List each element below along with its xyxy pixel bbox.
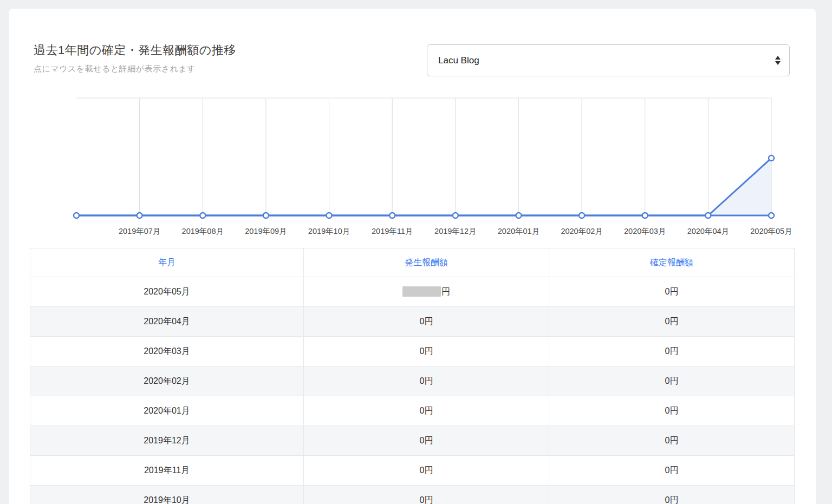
data-point[interactable] (516, 213, 521, 218)
data-point[interactable] (453, 213, 458, 218)
table-cell: 2019年11月 (30, 456, 304, 486)
table-row: 2020年04月0円0円 (30, 307, 795, 337)
column-header-1: 発生報酬額 (304, 248, 549, 277)
table-cell: 0円 (304, 456, 549, 486)
column-header-0: 年月 (30, 248, 304, 277)
table-cell: 0円 (549, 277, 795, 307)
x-axis-tick-label: 2020年05月 (750, 227, 792, 235)
x-axis-tick-label: 2019年11月 (372, 227, 413, 235)
x-axis-tick-label: 2020年03月 (624, 227, 666, 235)
table-cell: 2019年10月 (30, 486, 304, 504)
table-cell: 0円 (549, 456, 795, 486)
table-cell: 0円 (549, 426, 795, 456)
data-point[interactable] (74, 213, 79, 218)
table-cell: 0円 (304, 337, 549, 366)
rewards-table-head-row: 年月発生報酬額確定報酬額 (30, 248, 795, 277)
data-point[interactable] (389, 213, 395, 218)
data-point[interactable] (263, 213, 269, 218)
table-cell: 2019年12月 (30, 426, 304, 456)
masked-amount (402, 286, 441, 297)
data-point[interactable] (769, 155, 774, 161)
table-cell: 0円 (549, 396, 795, 426)
data-point[interactable] (137, 213, 142, 218)
data-point[interactable] (327, 213, 332, 218)
rewards-table: 年月発生報酬額確定報酬額 2020年05月円0円2020年04月0円0円2020… (30, 248, 795, 504)
table-row: 2020年01月0円0円 (30, 396, 795, 426)
x-axis-tick-label: 2019年12月 (434, 227, 476, 235)
generated-area-fill (76, 158, 771, 215)
table-row: 2019年10月0円0円 (30, 486, 795, 504)
data-point[interactable] (705, 213, 711, 218)
x-axis-tick-label: 2020年02月 (561, 227, 602, 235)
dashboard-card: 過去1年間の確定・発生報酬額の推移 点にマウスを載せると詳細が表示されます La… (9, 9, 816, 504)
table-cell: 0円 (549, 486, 795, 504)
table-cell: 2020年05月 (30, 277, 304, 307)
table-cell: 0円 (549, 337, 795, 366)
table-row: 2020年02月0円0円 (30, 366, 795, 396)
table-cell: 0円 (304, 366, 549, 396)
table-cell: 2020年04月 (30, 307, 304, 337)
table-row: 2020年05月円0円 (30, 277, 795, 307)
data-point[interactable] (200, 213, 205, 218)
x-axis-tick-label: 2019年08月 (182, 227, 224, 235)
column-header-2: 確定報酬額 (549, 248, 795, 277)
table-row: 2020年03月0円0円 (30, 337, 795, 366)
data-point[interactable] (769, 213, 774, 218)
x-axis-tick-label: 2020年04月 (687, 227, 729, 235)
table-cell: 0円 (549, 307, 795, 337)
x-axis-tick-label: 2019年07月 (119, 227, 160, 235)
x-axis-tick-label: 2019年10月 (308, 227, 350, 235)
generated-series-line (76, 158, 771, 215)
table-cell: 2020年01月 (30, 396, 304, 426)
data-point[interactable] (579, 213, 584, 218)
table-row: 2019年11月0円0円 (30, 456, 795, 486)
table-cell: 0円 (304, 486, 549, 504)
rewards-table-body: 2020年05月円0円2020年04月0円0円2020年03月0円0円2020年… (30, 277, 795, 504)
table-cell: 2020年02月 (30, 366, 304, 396)
table-cell: 0円 (549, 366, 795, 396)
table-cell: 0円 (304, 307, 549, 337)
table-cell: 0円 (304, 426, 549, 456)
table-cell: 2020年03月 (30, 337, 304, 366)
rewards-line-chart[interactable]: 2019年07月2019年08月2019年09月2019年10月2019年11月… (9, 9, 816, 250)
table-cell: 円 (304, 277, 549, 307)
table-row: 2019年12月0円0円 (30, 426, 795, 456)
table-cell: 0円 (304, 396, 549, 426)
x-axis-tick-label: 2020年01月 (498, 227, 540, 235)
x-axis-tick-label: 2019年09月 (245, 227, 287, 235)
data-point[interactable] (642, 213, 648, 218)
